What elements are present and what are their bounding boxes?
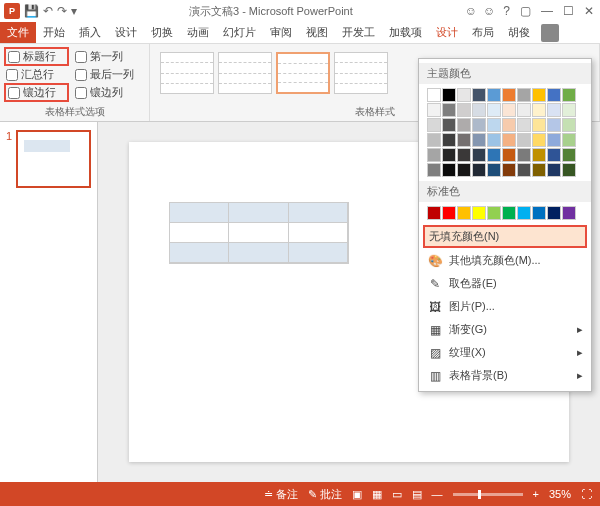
color-swatch[interactable] [547, 148, 561, 162]
style-preview-2[interactable] [218, 52, 272, 94]
chk-last-col[interactable]: 最后一列 [75, 67, 143, 82]
color-swatch[interactable] [427, 206, 441, 220]
color-swatch[interactable] [442, 103, 456, 117]
zoom-out-icon[interactable]: — [432, 488, 443, 500]
view-sorter-icon[interactable]: ▦ [372, 488, 382, 501]
color-swatch[interactable] [532, 133, 546, 147]
view-slideshow-icon[interactable]: ▤ [412, 488, 422, 501]
color-swatch[interactable] [532, 206, 546, 220]
undo-icon[interactable]: ↶ [43, 4, 53, 18]
dd-no-fill[interactable]: 无填充颜色(N) [423, 225, 587, 248]
color-swatch[interactable] [472, 118, 486, 132]
chk-header-row[interactable]: 标题行 [4, 47, 69, 66]
color-swatch[interactable] [517, 118, 531, 132]
help-icon[interactable]: ? [501, 4, 512, 18]
color-swatch[interactable] [502, 148, 516, 162]
color-swatch[interactable] [442, 163, 456, 177]
color-swatch[interactable] [502, 118, 516, 132]
color-swatch[interactable] [487, 133, 501, 147]
color-swatch[interactable] [457, 206, 471, 220]
color-swatch[interactable] [487, 163, 501, 177]
color-swatch[interactable] [562, 103, 576, 117]
dd-eyedropper[interactable]: ✎取色器(E) [419, 272, 591, 295]
color-swatch[interactable] [487, 118, 501, 132]
color-swatch[interactable] [472, 206, 486, 220]
color-swatch[interactable] [442, 148, 456, 162]
color-swatch[interactable] [457, 163, 471, 177]
color-swatch[interactable] [547, 118, 561, 132]
color-swatch[interactable] [547, 206, 561, 220]
color-swatch[interactable] [487, 103, 501, 117]
zoom-level[interactable]: 35% [549, 488, 571, 500]
color-swatch[interactable] [472, 133, 486, 147]
color-swatch[interactable] [427, 163, 441, 177]
color-swatch[interactable] [472, 88, 486, 102]
tab-view[interactable]: 视图 [299, 22, 335, 43]
color-swatch[interactable] [487, 206, 501, 220]
sb-comments[interactable]: ✎ 批注 [308, 487, 342, 502]
tab-design[interactable]: 设计 [108, 22, 144, 43]
color-swatch[interactable] [502, 206, 516, 220]
chk-banded-row[interactable]: 镶边行 [4, 83, 69, 102]
color-swatch[interactable] [532, 148, 546, 162]
color-swatch[interactable] [472, 103, 486, 117]
chk-first-col[interactable]: 第一列 [75, 48, 143, 65]
color-swatch[interactable] [532, 118, 546, 132]
color-swatch[interactable] [562, 163, 576, 177]
dd-texture[interactable]: ▨纹理(X)▸ [419, 341, 591, 364]
color-swatch[interactable] [502, 163, 516, 177]
slide-table[interactable] [169, 202, 349, 264]
user-name[interactable]: 胡俊 [501, 22, 537, 43]
color-swatch[interactable] [502, 88, 516, 102]
color-swatch[interactable] [517, 148, 531, 162]
color-swatch[interactable] [442, 133, 456, 147]
ribbon-display-icon[interactable]: ▢ [518, 4, 533, 18]
tab-insert[interactable]: 插入 [72, 22, 108, 43]
color-swatch[interactable] [562, 133, 576, 147]
color-swatch[interactable] [517, 133, 531, 147]
color-swatch[interactable] [457, 148, 471, 162]
color-swatch[interactable] [442, 118, 456, 132]
color-swatch[interactable] [427, 133, 441, 147]
style-preview-4[interactable] [334, 52, 388, 94]
color-swatch[interactable] [502, 103, 516, 117]
color-swatch[interactable] [517, 206, 531, 220]
color-swatch[interactable] [502, 133, 516, 147]
chk-total-row[interactable]: 汇总行 [6, 67, 67, 82]
tab-home[interactable]: 开始 [36, 22, 72, 43]
color-swatch[interactable] [427, 88, 441, 102]
tab-animations[interactable]: 动画 [180, 22, 216, 43]
color-swatch[interactable] [457, 103, 471, 117]
dd-picture[interactable]: 🖼图片(P)... [419, 295, 591, 318]
color-swatch[interactable] [532, 103, 546, 117]
close-icon[interactable]: ✕ [582, 4, 596, 18]
tab-transitions[interactable]: 切换 [144, 22, 180, 43]
minimize-icon[interactable]: — [539, 4, 555, 18]
user-avatar-icon[interactable] [541, 24, 559, 42]
tab-table-layout[interactable]: 布局 [465, 22, 501, 43]
style-preview-3[interactable] [276, 52, 330, 94]
color-swatch[interactable] [472, 163, 486, 177]
color-swatch[interactable] [472, 148, 486, 162]
color-swatch[interactable] [532, 88, 546, 102]
fit-window-icon[interactable]: ⛶ [581, 488, 592, 500]
dd-table-bg[interactable]: ▥表格背景(B)▸ [419, 364, 591, 387]
color-swatch[interactable] [517, 88, 531, 102]
tab-review[interactable]: 审阅 [263, 22, 299, 43]
color-swatch[interactable] [457, 118, 471, 132]
dd-gradient[interactable]: ▦渐变(G)▸ [419, 318, 591, 341]
tab-table-design[interactable]: 设计 [429, 22, 465, 43]
color-swatch[interactable] [517, 163, 531, 177]
color-swatch[interactable] [547, 88, 561, 102]
color-swatch[interactable] [562, 148, 576, 162]
zoom-in-icon[interactable]: + [533, 488, 539, 500]
zoom-slider[interactable] [453, 493, 523, 496]
chk-banded-col[interactable]: 镶边列 [75, 84, 143, 101]
color-swatch[interactable] [547, 133, 561, 147]
color-swatch[interactable] [457, 133, 471, 147]
color-swatch[interactable] [547, 103, 561, 117]
color-swatch[interactable] [442, 88, 456, 102]
sb-notes[interactable]: ≐ 备注 [264, 487, 298, 502]
color-swatch[interactable] [487, 88, 501, 102]
dd-more-colors[interactable]: 🎨其他填充颜色(M)... [419, 249, 591, 272]
